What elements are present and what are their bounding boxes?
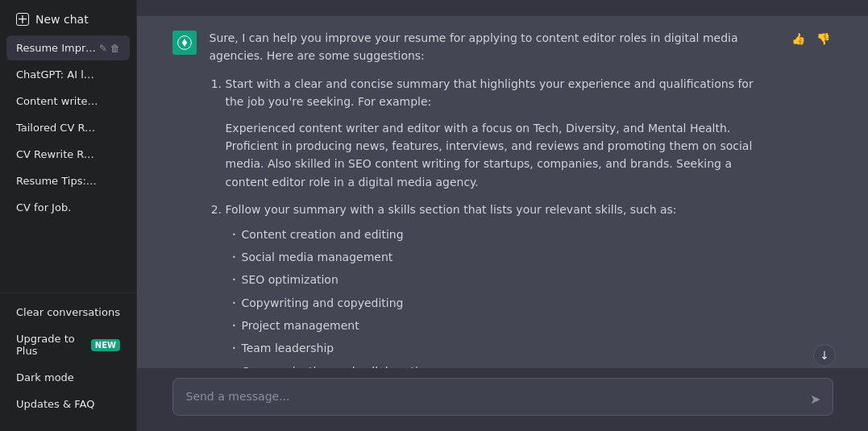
message-input[interactable] [172,378,833,416]
chat-history-list: Resume Improvement A ✎ 🗑 ChatGPT: AI lan… [0,35,136,292]
trash-icon[interactable]: 🗑 [110,176,120,187]
chat-item-label: Resume Tips: Tailor for Job [16,175,99,187]
skill-item: SEO optimization [232,271,775,288]
sidebar-footer: Clear conversationsUpgrade to PlusNEWDar… [0,292,136,425]
sidebar-item-chatgpt-ai[interactable]: ChatGPT: AI language model. ✎ 🗑 [6,62,130,87]
sidebar: + New chat Resume Improvement A ✎ 🗑 Chat… [0,0,137,431]
skill-item: Project management [232,317,775,334]
trash-icon[interactable]: 🗑 [110,96,120,107]
skill-item: Social media management [232,248,775,266]
skills-list: Content creation and editing Social medi… [226,226,775,368]
message-feedback: 👍 👎 [788,31,833,368]
assistant-message: Sure, I can help you improve your resume… [137,16,868,368]
chat-item-label: Tailored CV Request. [16,122,99,134]
edit-icon[interactable]: ✎ [99,202,107,213]
footer-item-label: Updates & FAQ [16,398,94,410]
assistant-avatar [172,31,197,55]
skill-item: Team leadership [232,339,775,357]
new-chat-button[interactable]: + New chat [6,6,130,32]
skill-item: Communication and collaboration [232,363,775,368]
input-area: ➤ [137,368,868,431]
sidebar-item-content-writer[interactable]: Content writer resume. ✎ 🗑 [6,89,130,114]
input-section: ↓ ➤ [137,368,868,431]
message-list: Start with a clear and concise summary t… [210,75,775,368]
message-list-item-2: Follow your summary with a skills sectio… [226,201,775,368]
skill-item: Content creation and editing [232,226,775,243]
sidebar-item-resume-tips[interactable]: Resume Tips: Tailor for Job ✎ 🗑 [6,168,130,193]
edit-icon[interactable]: ✎ [99,122,107,134]
trash-icon[interactable]: 🗑 [110,69,120,81]
footer-item-label: Upgrade to Plus [16,333,85,357]
sidebar-item-resume-improvement[interactable]: Resume Improvement A ✎ 🗑 [6,35,130,60]
trash-icon[interactable]: 🗑 [110,202,120,213]
thumbs-up-button[interactable]: 👍 [788,31,808,47]
footer-item-label: Clear conversations [16,306,120,318]
edit-icon[interactable]: ✎ [99,43,107,54]
chat-item-label: CV for Job. [16,201,99,213]
sidebar-item-tailored-cv[interactable]: Tailored CV Request. ✎ 🗑 [6,115,130,140]
trash-icon[interactable]: 🗑 [110,43,120,54]
input-wrapper: ➤ [172,378,833,418]
edit-icon[interactable]: ✎ [99,176,107,187]
sidebar-item-cv-for-job[interactable]: CV for Job. ✎ 🗑 [6,195,130,220]
sidebar-item-cv-rewrite[interactable]: CV Rewrite Requested. ✎ 🗑 [6,142,130,167]
message-list-item-1: Start with a clear and concise summary t… [226,75,775,191]
scroll-down-button[interactable]: ↓ [813,344,836,367]
edit-icon[interactable]: ✎ [99,96,107,107]
chat-item-label: CV Rewrite Requested. [16,148,99,160]
footer-item-updates-faq[interactable]: Updates & FAQ [6,392,130,416]
skill-item: Copywriting and copyediting [232,294,775,312]
footer-item-clear-conversations[interactable]: Clear conversations [6,300,130,325]
trash-icon[interactable]: 🗑 [110,149,120,160]
chat-item-label: Resume Improvement A [16,42,99,54]
chat-item-label: ChatGPT: AI language model. [16,68,99,81]
chat-item-label: Content writer resume. [16,95,99,107]
message-intro: Sure, I can help you improve your resume… [210,29,775,65]
thumbs-down-button[interactable]: 👎 [813,31,833,47]
footer-item-upgrade-to-plus[interactable]: Upgrade to PlusNEW [6,326,130,363]
summary-example: Experienced content writer and editor wi… [226,119,775,192]
edit-icon[interactable]: ✎ [99,149,107,160]
main-chat-area: Sure, I can help you improve your resume… [137,0,868,431]
trash-icon[interactable]: 🗑 [110,122,120,134]
footer-item-dark-mode[interactable]: Dark mode [6,365,130,390]
edit-icon[interactable]: ✎ [99,69,107,81]
chat-messages: Sure, I can help you improve your resume… [137,0,868,368]
new-chat-icon: + [16,13,29,26]
new-chat-label: New chat [35,13,89,26]
send-button[interactable]: ➤ [807,388,824,410]
new-badge: NEW [91,339,120,351]
footer-item-label: Dark mode [16,371,74,383]
assistant-message-content: Sure, I can help you improve your resume… [210,29,775,368]
chat-item-actions: ✎ 🗑 [99,43,120,54]
